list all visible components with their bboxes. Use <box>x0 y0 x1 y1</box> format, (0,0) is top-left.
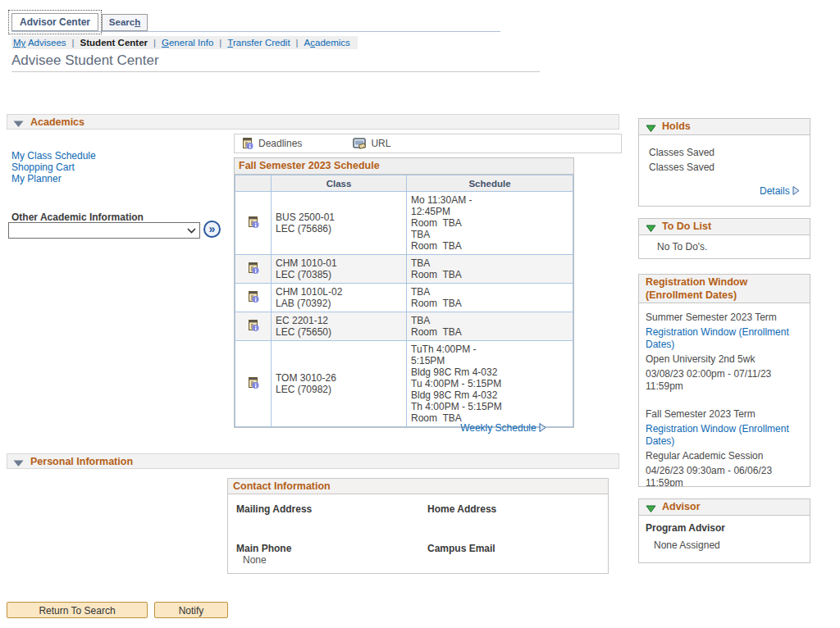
registration-session: Regular Academic Session <box>646 450 803 462</box>
class-type: LEC (70385) <box>276 269 402 280</box>
registration-session: Open University 2nd 5wk <box>646 353 803 366</box>
other-academic-info-label: Other Academic Information <box>11 212 144 223</box>
registration-dates: 04/26/23 09:30am - 06/06/23 11:59pm <box>646 465 803 487</box>
collapse-personal-info-icon[interactable] <box>13 458 24 470</box>
class-type: LEC (75650) <box>276 326 402 338</box>
collapse-academics-icon[interactable] <box>13 119 24 130</box>
collapse-advisor-icon[interactable] <box>646 504 656 516</box>
advisor-box: Advisor Program Advisor None Assigned <box>638 498 810 563</box>
section-academics-header: Academics <box>7 114 619 130</box>
hold-item: Classes Saved <box>639 135 810 160</box>
arrow-right-icon <box>792 186 800 195</box>
tab-strip-divider <box>11 31 500 32</box>
hold-item: Classes Saved <box>639 160 810 175</box>
main-phone-value: None <box>243 554 267 566</box>
collapse-holds-icon[interactable] <box>646 124 656 135</box>
home-address-label: Home Address <box>427 503 496 515</box>
todo-list-title: To Do List <box>662 221 711 232</box>
breadcrumb-student-center: Student Center <box>80 38 148 48</box>
notify-button[interactable]: Notify <box>154 602 228 618</box>
contact-information-title: Contact Information <box>228 479 608 494</box>
class-type: LEC (70982) <box>276 384 402 395</box>
fall-schedule-title: Fall Semester 2023 Schedule <box>235 158 573 175</box>
program-advisor-label: Program Advisor <box>639 516 810 534</box>
section-personal-info-header: Personal Information <box>7 453 619 469</box>
class-code: CHM 1010-01 <box>276 257 402 269</box>
registration-term: Summer Semester 2023 Term <box>646 312 803 324</box>
table-row: EC 2201-12 LEC (75650) TBA Room TBA <box>235 312 573 341</box>
section-personal-info-title: Personal Information <box>30 456 133 467</box>
mailing-address-label: Mailing Address <box>236 503 312 515</box>
class-info-icon[interactable] <box>247 323 260 334</box>
registration-term: Fall Semester 2023 Term <box>646 408 803 421</box>
program-advisor-value: None Assigned <box>639 534 810 551</box>
class-code: TOM 3010-26 <box>276 372 402 384</box>
arrow-right-icon <box>539 423 546 432</box>
class-code: BUS 2500-01 <box>276 212 402 223</box>
page-title: Advisee Student Center <box>11 52 159 69</box>
collapse-todo-icon[interactable] <box>646 224 656 235</box>
campus-email-label: Campus Email <box>427 543 495 554</box>
col-icon-header <box>235 175 272 192</box>
other-academic-info-select[interactable] <box>8 222 200 239</box>
col-class-header: Class <box>272 175 407 192</box>
class-code: EC 2201-12 <box>276 315 402 326</box>
deadlines-button[interactable]: Deadlines <box>241 137 302 150</box>
holds-details-link[interactable]: Details <box>760 185 790 197</box>
class-code: CHM 1010L-02 <box>276 286 402 298</box>
breadcrumb-my-advisees[interactable]: My Advisees <box>13 38 66 48</box>
table-row: CHM 1010-01 LEC (70385) TBA Room TBA <box>235 255 573 284</box>
breadcrumb-academics[interactable]: Academics <box>304 38 350 48</box>
fall-schedule-table: Fall Semester 2023 Schedule Class Schedu… <box>234 157 574 428</box>
link-my-planner[interactable]: My Planner <box>11 173 62 184</box>
academics-nav-links: My Class Schedule Shopping Cart My Plann… <box>11 150 96 184</box>
class-info-icon[interactable] <box>247 380 260 392</box>
registration-window-link[interactable]: Registration Window (Enrollment Dates) <box>646 423 803 448</box>
deadlines-calendar-icon <box>241 137 254 150</box>
todo-list-box: To Do List No To Do's. <box>638 218 810 259</box>
registration-dates: 03/08/23 02:00pm - 07/11/23 11:59pm <box>646 368 803 393</box>
table-row: TOM 3010-26 LEC (70982) TuTh 4:00PM - 5:… <box>235 341 573 427</box>
chevron-down-icon <box>187 228 196 234</box>
todo-empty-text: No To Do's. <box>639 235 810 253</box>
registration-window-box: Registration Window (Enrollment Dates) S… <box>638 274 810 487</box>
class-info-icon[interactable] <box>247 294 260 306</box>
class-type: LAB (70392) <box>276 298 402 309</box>
table-row: CHM 1010L-02 LAB (70392) TBA Room TBA <box>235 284 573 312</box>
title-divider <box>11 71 540 72</box>
breadcrumb: My Advisees|Student Center|General Info|… <box>11 36 358 49</box>
section-academics-title: Academics <box>30 116 84 128</box>
schedule-toolbar: Deadlines URL <box>234 134 622 153</box>
class-info-icon[interactable] <box>247 266 260 277</box>
breadcrumb-transfer-credit[interactable]: Transfer Credit <box>227 38 290 48</box>
tab-search[interactable]: Search <box>102 14 148 31</box>
schedule-header-row: Class Schedule <box>235 175 573 192</box>
main-phone-label: Main Phone <box>236 543 291 554</box>
holds-title: Holds <box>662 121 691 132</box>
tab-search-label: Search <box>109 17 140 27</box>
weekly-schedule-link[interactable]: Weekly Schedule <box>460 422 536 434</box>
class-type: LEC (75686) <box>276 223 402 234</box>
table-row: BUS 2500-01 LEC (75686) Mo 11:30AM - 12:… <box>235 192 573 255</box>
tab-advisor-center-label: Advisor Center <box>20 16 90 28</box>
advisee-student-center-page: Advisor Center Search My Advisees|Studen… <box>0 0 840 628</box>
go-button[interactable]: » <box>203 221 221 238</box>
weekly-schedule-row: Weekly Schedule <box>234 422 546 434</box>
contact-information-box: Contact Information Mailing Address Home… <box>227 478 609 574</box>
col-schedule-header: Schedule <box>407 175 573 192</box>
url-button[interactable]: URL <box>353 138 390 150</box>
holds-box: Holds Classes Saved Classes Saved Detail… <box>638 118 810 207</box>
registration-window-link[interactable]: Registration Window (Enrollment Dates) <box>646 326 803 351</box>
url-icon <box>353 138 367 150</box>
link-my-class-schedule[interactable]: My Class Schedule <box>11 150 96 162</box>
registration-window-title: Registration Window (Enrollment Dates) <box>638 274 810 303</box>
link-shopping-cart[interactable]: Shopping Cart <box>11 162 75 173</box>
breadcrumb-general-info[interactable]: General Info <box>162 38 213 48</box>
class-info-icon[interactable] <box>247 220 260 231</box>
tab-advisor-center[interactable]: Advisor Center <box>11 13 98 31</box>
return-to-search-button[interactable]: Return To Search <box>7 602 148 618</box>
advisor-title: Advisor <box>662 501 701 512</box>
